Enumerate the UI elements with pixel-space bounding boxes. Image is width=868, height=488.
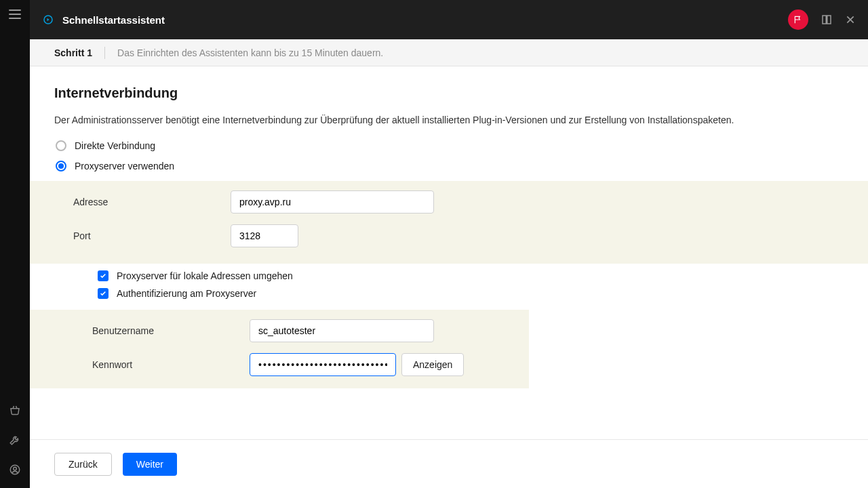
port-input[interactable] [231, 224, 298, 247]
username-label: Benutzername [92, 325, 250, 336]
radio-icon [56, 161, 66, 171]
content: Internetverbindung Der Administrationsse… [30, 66, 868, 439]
radio-icon [56, 140, 66, 151]
proxy-options: Proxyserver für lokale Adressen umgehen … [54, 264, 844, 310]
username-input[interactable] [250, 319, 434, 342]
section-heading: Internetverbindung [54, 85, 844, 101]
radio-label: Proxyserver verwenden [75, 161, 174, 171]
topbar: Schnellstartassistent [30, 0, 868, 39]
step-hint: Das Einrichten des Assistenten kann bis … [117, 47, 383, 58]
show-password-button[interactable]: Anzeigen [401, 353, 464, 376]
checkbox-bypass-local[interactable]: Proxyserver für lokale Adressen umgehen [98, 270, 844, 281]
left-rail [0, 0, 30, 488]
basket-icon[interactable] [9, 404, 21, 416]
bookmark-icon[interactable] [821, 14, 833, 26]
address-input[interactable] [231, 190, 434, 214]
user-circle-icon[interactable] [9, 464, 21, 476]
checkbox-proxy-auth[interactable]: Authentifizierung am Proxyserver [98, 288, 844, 299]
password-input[interactable] [250, 353, 396, 376]
auth-block: Benutzername Kennwort Anzeigen [30, 310, 529, 388]
step-label: Schritt 1 [54, 47, 92, 58]
brand-icon [42, 14, 54, 26]
radio-use-proxy[interactable]: Proxyserver verwenden [54, 161, 844, 171]
password-label: Kennwort [92, 359, 250, 370]
page-title: Schnellstartassistent [62, 14, 165, 26]
checkbox-icon [98, 270, 108, 281]
proxy-settings-block: Adresse Port [30, 181, 868, 264]
menu-icon[interactable] [9, 9, 21, 19]
address-label: Adresse [73, 197, 231, 207]
svg-point-1 [14, 467, 17, 470]
checkbox-label: Proxyserver für lokale Adressen umgehen [117, 270, 293, 281]
checkbox-label: Authentifizierung am Proxyserver [117, 288, 256, 299]
stepbar: Schritt 1 Das Einrichten des Assistenten… [30, 39, 868, 66]
radio-direct-connection[interactable]: Direkte Verbindung [54, 140, 844, 151]
radio-label: Direkte Verbindung [75, 140, 155, 151]
port-label: Port [73, 230, 231, 241]
back-button[interactable]: Zurück [54, 453, 112, 476]
next-button[interactable]: Weiter [123, 453, 177, 476]
footer: Zurück Weiter [30, 439, 868, 488]
checkbox-icon [98, 288, 108, 299]
divider [104, 47, 105, 59]
feedback-button[interactable] [788, 9, 808, 30]
wrench-icon[interactable] [9, 434, 21, 446]
close-icon[interactable] [845, 14, 856, 25]
section-description: Der Administrationsserver benötigt eine … [54, 115, 787, 125]
